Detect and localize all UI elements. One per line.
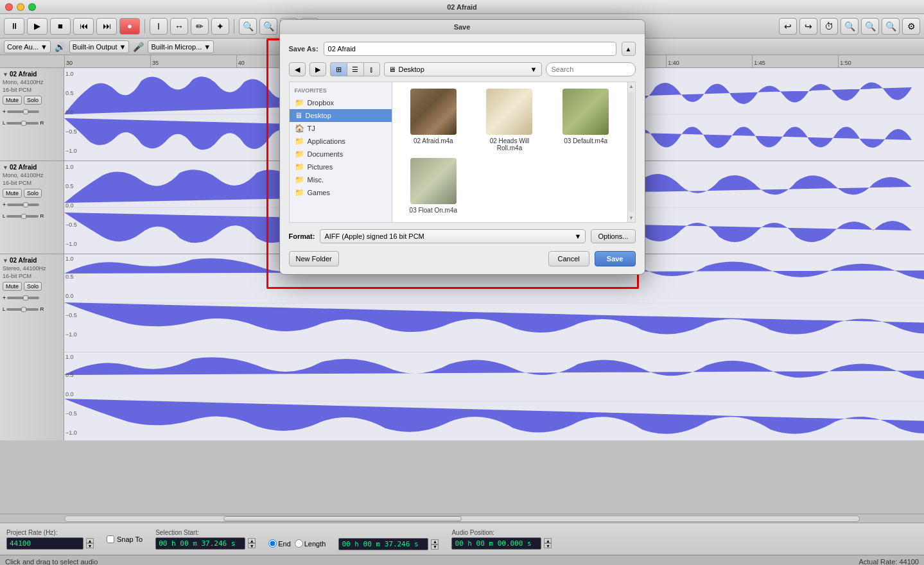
- favorite-dropbox[interactable]: 📁 Dropbox: [290, 96, 392, 109]
- expand-button[interactable]: ▲: [622, 42, 636, 56]
- applications-icon: 📁: [295, 137, 304, 146]
- nav-row: ◀ ▶ ⊞ ☰ ⫿ 🖥 Desktop ▼: [289, 62, 636, 76]
- browser-scrollbar[interactable]: ▲ ▼: [627, 82, 635, 222]
- search-area: [546, 62, 636, 76]
- format-row: Format: AIFF (Apple) signed 16 bit PCM ▼…: [289, 229, 636, 243]
- forward-nav-button[interactable]: ▶: [309, 62, 326, 76]
- file-name-1: 02 Afraid.m4a: [414, 137, 453, 144]
- favorite-misc[interactable]: 📁 Misc.: [290, 173, 392, 186]
- file-item-4[interactable]: 03 Float On.m4a: [399, 158, 469, 214]
- file-item-1[interactable]: 02 Afraid.m4a: [399, 89, 469, 152]
- scroll-down-arrow[interactable]: ▼: [627, 214, 635, 222]
- location-label: Desktop: [399, 65, 424, 73]
- files-panel: 02 Afraid.m4a 02 Heads Will Roll.m4a 03 …: [392, 82, 627, 222]
- dialog-titlebar: Save: [280, 20, 645, 34]
- favorite-tj[interactable]: 🏠 TJ: [290, 122, 392, 135]
- save-dialog: Save Save As: ▲ ◀ ▶ ⊞ ☰ ⫿ 🖥: [279, 19, 645, 275]
- icon-view-button[interactable]: ⊞: [330, 62, 347, 76]
- desktop-fav-icon: 🖥: [295, 111, 302, 120]
- favorites-header: FAVORITES: [290, 87, 392, 96]
- scroll-track[interactable]: [629, 92, 634, 213]
- file-item-3[interactable]: 03 Default.m4a: [551, 89, 621, 152]
- location-dropdown[interactable]: 🖥 Desktop ▼: [384, 62, 542, 76]
- new-folder-button[interactable]: New Folder: [289, 251, 339, 266]
- dialog-body: Save As: ▲ ◀ ▶ ⊞ ☰ ⫿ 🖥 Desktop: [280, 34, 645, 274]
- file-name-3: 03 Default.m4a: [564, 137, 607, 144]
- scroll-up-arrow[interactable]: ▲: [627, 82, 635, 91]
- list-view-button[interactable]: ☰: [347, 62, 363, 76]
- format-value: AIFF (Apple) signed 16 bit PCM: [324, 232, 424, 240]
- dialog-title: Save: [454, 23, 471, 31]
- pictures-icon: 📁: [295, 162, 304, 171]
- browser-area: FAVORITES 📁 Dropbox 🖥 Desktop 🏠 TJ �: [289, 82, 636, 223]
- dropdown-arrow: ▼: [530, 65, 537, 73]
- format-label: Format:: [289, 232, 315, 240]
- save-button[interactable]: Save: [595, 251, 636, 266]
- favorites-panel: FAVORITES 📁 Dropbox 🖥 Desktop 🏠 TJ �: [290, 82, 392, 222]
- desktop-icon: 🖥: [388, 65, 396, 73]
- cancel-button[interactable]: Cancel: [548, 251, 589, 266]
- column-view-button[interactable]: ⫿: [363, 62, 380, 76]
- back-button[interactable]: ◀: [289, 62, 306, 76]
- favorite-documents[interactable]: 📁 Documents: [290, 148, 392, 161]
- favorite-applications[interactable]: 📁 Applications: [290, 135, 392, 148]
- format-arrow: ▼: [575, 232, 582, 240]
- file-name-2: 02 Heads Will Roll.m4a: [484, 137, 535, 152]
- dialog-overlay: Save Save As: ▲ ◀ ▶ ⊞ ☰ ⫿ 🖥: [0, 0, 924, 565]
- misc-icon: 📁: [295, 175, 304, 184]
- format-select[interactable]: AIFF (Apple) signed 16 bit PCM ▼: [320, 229, 586, 243]
- file-item-2[interactable]: 02 Heads Will Roll.m4a: [475, 89, 545, 152]
- favorite-pictures[interactable]: 📁 Pictures: [290, 161, 392, 173]
- file-name-4: 03 Float On.m4a: [410, 207, 457, 214]
- dropbox-icon: 📁: [295, 98, 304, 107]
- save-as-input[interactable]: [324, 42, 616, 56]
- favorite-games[interactable]: 📁 Games: [290, 186, 392, 199]
- dialog-right-buttons: Cancel Save: [548, 251, 636, 266]
- save-as-label: Save As:: [289, 45, 318, 53]
- view-group: ⊞ ☰ ⫿: [330, 62, 380, 76]
- options-button[interactable]: Options...: [591, 229, 635, 243]
- file-thumb-4: [410, 158, 457, 204]
- dialog-buttons: New Folder Cancel Save: [289, 251, 636, 266]
- documents-icon: 📁: [295, 150, 304, 159]
- file-thumb-2: [486, 89, 532, 135]
- favorite-desktop[interactable]: 🖥 Desktop: [290, 109, 392, 122]
- home-icon: 🏠: [295, 124, 304, 133]
- save-as-row: Save As: ▲: [289, 42, 636, 56]
- games-icon: 📁: [295, 188, 304, 197]
- file-thumb-1: [410, 89, 457, 135]
- search-input[interactable]: [546, 62, 636, 76]
- file-thumb-3: [562, 89, 609, 135]
